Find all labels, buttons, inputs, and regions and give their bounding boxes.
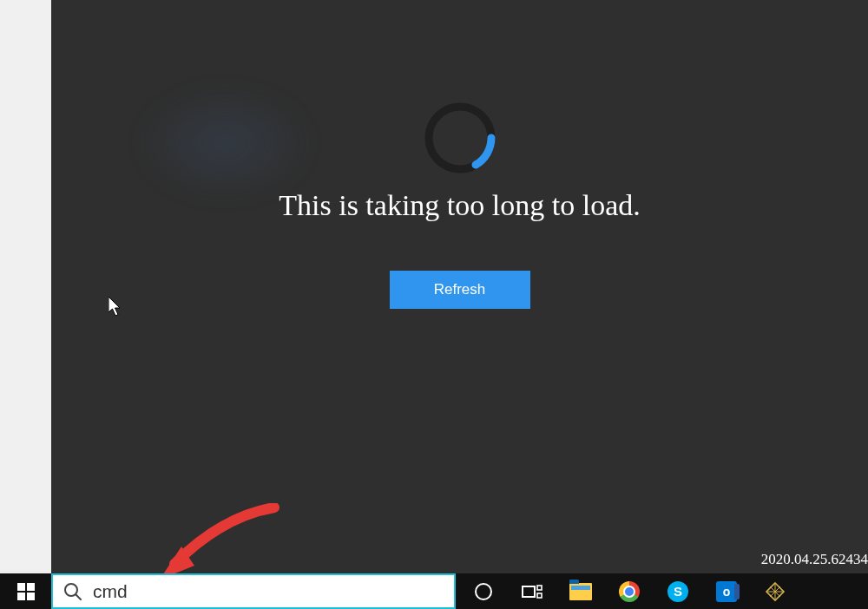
cortana-icon: [474, 582, 493, 601]
svg-rect-10: [537, 593, 542, 598]
taskbar-search-box[interactable]: [51, 573, 456, 609]
diamond-app-button[interactable]: [763, 580, 787, 604]
build-timestamp: 2020.04.25.62434: [761, 551, 868, 568]
svg-rect-3: [17, 593, 25, 600]
outlook-icon: o: [716, 581, 737, 602]
desktop-left-margin: [0, 0, 51, 573]
svg-line-6: [76, 594, 82, 599]
chrome-button[interactable]: [617, 580, 641, 604]
taskbar: S o: [0, 573, 868, 609]
task-view-icon: [522, 583, 542, 600]
start-button[interactable]: [0, 573, 51, 609]
taskbar-icons: S o: [456, 573, 787, 609]
search-results-panel: This is taking too long to load. Refresh…: [51, 0, 868, 573]
taskbar-search-input[interactable]: [93, 581, 444, 602]
chrome-icon: [619, 581, 640, 602]
mouse-cursor-icon: [108, 297, 124, 321]
refresh-button[interactable]: Refresh: [390, 271, 530, 309]
skype-icon: S: [667, 581, 688, 602]
file-explorer-icon: [569, 583, 592, 600]
search-icon: [63, 582, 82, 601]
svg-point-7: [476, 584, 491, 599]
task-view-button[interactable]: [520, 580, 544, 604]
skype-button[interactable]: S: [666, 580, 690, 604]
loading-spinner-icon: [422, 100, 498, 180]
svg-rect-9: [537, 586, 542, 590]
svg-rect-4: [27, 593, 35, 600]
loading-error-message: This is taking too long to load.: [51, 189, 868, 222]
start-icon: [17, 583, 35, 600]
diamond-app-icon: [765, 581, 786, 602]
file-explorer-button[interactable]: [569, 580, 593, 604]
svg-rect-2: [27, 583, 35, 591]
outlook-button[interactable]: o: [714, 580, 739, 604]
svg-rect-8: [523, 586, 535, 597]
background-smudge: [138, 87, 312, 200]
cortana-button[interactable]: [471, 580, 496, 604]
svg-rect-1: [17, 583, 25, 591]
